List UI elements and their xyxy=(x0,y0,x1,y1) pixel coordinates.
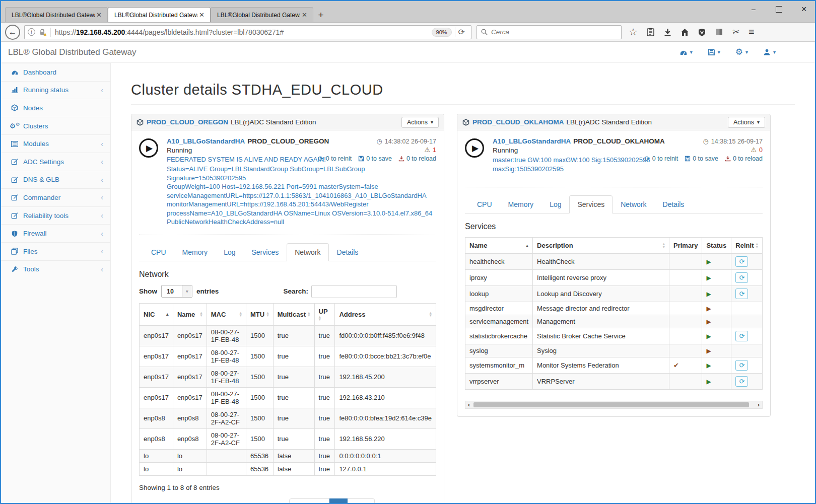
sort-icon xyxy=(756,243,758,248)
page-1-button[interactable]: 1 xyxy=(329,498,348,503)
browser-tab-2-active[interactable]: LBL®Global Distributed Gateway ✕ xyxy=(108,7,211,22)
tab-services[interactable]: Services xyxy=(243,243,287,261)
edition-label: LBL(r)ADC Standard Edition xyxy=(231,118,316,126)
save-menu-button[interactable]: ▾ xyxy=(708,47,720,57)
process-link[interactable]: A10_LBLGoStandardHA xyxy=(167,137,245,145)
service-reinit-button[interactable]: ⟳ xyxy=(735,289,748,299)
save-counter[interactable]: 0 to save xyxy=(685,155,718,162)
search-input[interactable] xyxy=(491,28,617,36)
sidebar-item-commander[interactable]: Commander ‹ xyxy=(1,188,110,206)
tab-network[interactable]: Network xyxy=(287,243,328,261)
actions-button[interactable]: Actions▾ xyxy=(728,117,765,128)
tab-details[interactable]: Details xyxy=(329,243,367,261)
downloads-icon[interactable] xyxy=(659,25,676,40)
refresh-icon: ⟳ xyxy=(644,156,650,162)
table-search-input[interactable] xyxy=(311,285,397,298)
service-reinit-button[interactable]: ⟳ xyxy=(735,256,748,267)
tab-close-icon[interactable]: ✕ xyxy=(95,11,103,19)
settings-menu-button[interactable]: ⚙ ▾ xyxy=(735,47,748,57)
chevron-left-icon: ‹ xyxy=(101,265,103,273)
new-tab-button[interactable]: + xyxy=(313,8,328,22)
service-reinit-button[interactable]: ⟳ xyxy=(735,360,748,371)
service-reinit-button[interactable]: ⟳ xyxy=(735,331,748,341)
service-reinit-button[interactable]: ⟳ xyxy=(735,272,748,283)
minimize-button[interactable]: – xyxy=(746,3,761,15)
sidebar-item-adc-settings[interactable]: ADC Settings ‹ xyxy=(1,153,110,171)
dashboard-menu-button[interactable]: ▾ xyxy=(679,47,693,57)
sidebar-item-tools[interactable]: Tools ‹ xyxy=(1,260,110,278)
tab-cpu[interactable]: CPU xyxy=(469,195,500,213)
tab-details[interactable]: Details xyxy=(655,195,693,213)
page-size-select[interactable]: 10 ˅ xyxy=(161,285,192,298)
browser-tab-3[interactable]: LBL®Global Distributed Gateway ✕ xyxy=(211,7,313,22)
sidebar-item-clusters[interactable]: ⚙⚙ Clusters xyxy=(1,117,110,135)
maximize-button[interactable] xyxy=(772,3,786,15)
tab-close-icon[interactable]: ✕ xyxy=(300,11,309,19)
bookmark-star-icon[interactable]: ☆ xyxy=(625,25,642,40)
scrollbar-thumb[interactable] xyxy=(473,402,749,407)
reload-icon[interactable]: ⟳ xyxy=(455,27,468,37)
tab-memory[interactable]: Memory xyxy=(174,243,216,261)
page-title: Cluster details STDHA_EDU_CLOUD xyxy=(131,82,795,98)
detail-line: maxSig:1505390202595 xyxy=(493,165,763,174)
edit-icon xyxy=(10,212,20,219)
tab-log[interactable]: Log xyxy=(541,195,569,213)
sidebar-panel-icon[interactable] xyxy=(710,25,727,40)
screenshot-scissors-icon[interactable]: ✂ xyxy=(727,25,744,40)
user-menu-button[interactable]: ▾ xyxy=(763,47,776,57)
insecure-lock-icon[interactable] xyxy=(39,29,46,36)
back-button[interactable]: ← xyxy=(5,25,20,40)
home-icon[interactable] xyxy=(676,25,693,40)
sidebar-item-dashboard[interactable]: Dashboard xyxy=(1,63,110,81)
gears-icon: ⚙⚙ xyxy=(10,122,20,130)
tab-title: LBL®Global Distributed Gateway xyxy=(114,12,197,19)
sidebar-item-dns-glb[interactable]: DNS & GLB ‹ xyxy=(1,171,110,189)
scroll-left-arrow[interactable]: ‹ xyxy=(465,401,472,408)
url-bar[interactable]: i https://192.168.45.200:4444/pages/lbld… xyxy=(24,25,471,39)
next-page-button[interactable]: Next xyxy=(348,498,375,503)
search-bar[interactable] xyxy=(477,25,622,39)
edition-label: LBL(r)ADC Standard Edition xyxy=(567,118,652,126)
cluster-node-link[interactable]: PROD_CLOUD_OKLAHOMA xyxy=(472,118,564,126)
url-text[interactable]: https://192.168.45.200:4444/pages/lbldet… xyxy=(55,28,429,36)
tab-cpu[interactable]: CPU xyxy=(143,243,174,261)
process-link[interactable]: A10_LBLGoStandardHA xyxy=(493,137,571,145)
tab-services[interactable]: Services xyxy=(569,195,613,213)
previous-page-button[interactable]: Previous xyxy=(289,498,330,503)
reinit-counter[interactable]: ⟳0 to reinit xyxy=(318,155,352,162)
cluster-node-link[interactable]: PROD_CLOUD_OREGON xyxy=(147,118,228,126)
horizontal-scrollbar[interactable]: ‹ › xyxy=(465,401,763,409)
browser-tab-1[interactable]: LBL®Global Distributed Gateway ✕ xyxy=(5,7,108,22)
scroll-right-arrow[interactable]: › xyxy=(755,401,762,408)
speedometer-icon xyxy=(679,49,688,56)
tab-network[interactable]: Network xyxy=(613,195,654,213)
sidebar-item-firewall[interactable]: Firewall ‹ xyxy=(1,224,110,242)
tab-memory[interactable]: Memory xyxy=(500,195,542,213)
sidebar-item-modules[interactable]: Modules ‹ xyxy=(1,134,110,153)
save-counter[interactable]: 0 to save xyxy=(358,155,392,162)
pocket-clipboard-icon[interactable] xyxy=(642,25,659,40)
tab-title: LBL®Global Distributed Gateway xyxy=(217,12,300,19)
warning-icon: ⚠ xyxy=(424,146,430,154)
actions-button[interactable]: Actions▾ xyxy=(401,117,439,128)
files-icon xyxy=(10,248,20,255)
table-row: servicemanagementManagement▶ xyxy=(465,315,763,328)
sidebar-item-files[interactable]: Files ‹ xyxy=(1,242,110,260)
section-title: Network xyxy=(139,270,436,279)
zoom-level-badge[interactable]: 90% xyxy=(432,28,452,37)
chevron-left-icon: ‹ xyxy=(101,140,103,148)
tab-close-icon[interactable]: ✕ xyxy=(197,11,206,19)
reinit-counter[interactable]: ⟳0 to reinit xyxy=(644,155,678,162)
page-info-icon[interactable]: i xyxy=(28,28,35,36)
clock-icon: ◷ xyxy=(376,137,382,145)
sidebar-item-reliability-tools[interactable]: Reliability tools ‹ xyxy=(1,206,110,225)
reload-counter[interactable]: 0 to reload xyxy=(725,155,763,162)
reload-counter[interactable]: 0 to reload xyxy=(398,155,436,162)
service-reinit-button[interactable]: ⟳ xyxy=(735,376,748,387)
close-button[interactable]: ✕ xyxy=(797,3,811,15)
shield-icon[interactable] xyxy=(693,25,710,40)
tab-log[interactable]: Log xyxy=(216,243,243,261)
sidebar-item-nodes[interactable]: Nodes xyxy=(1,99,110,117)
menu-icon[interactable]: ≡ xyxy=(749,26,755,38)
sidebar-item-running-status[interactable]: Running status ‹ xyxy=(1,81,110,99)
